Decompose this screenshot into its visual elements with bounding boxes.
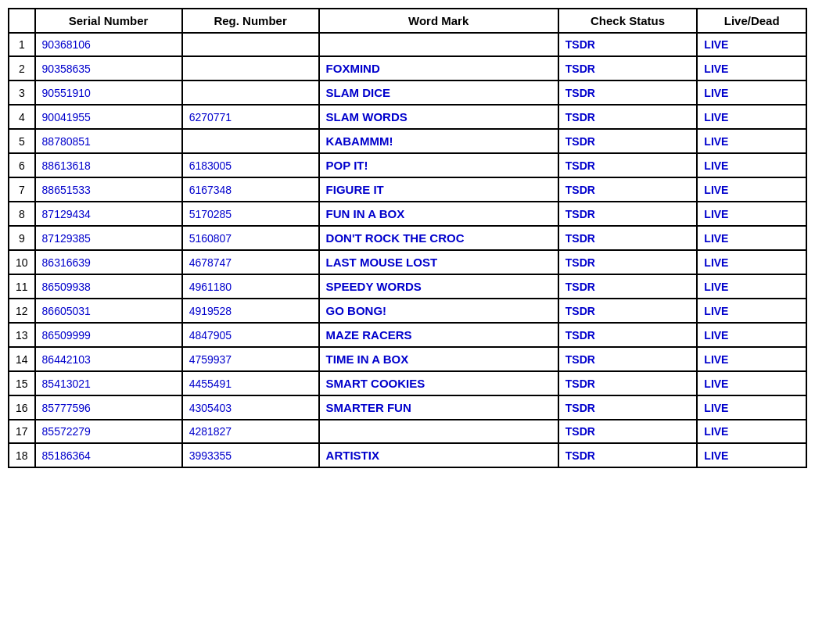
check-status[interactable]: TSDR xyxy=(558,323,698,347)
serial-number[interactable]: 86316639 xyxy=(35,250,182,274)
table-row: 8871294345170285FUN IN A BOXTSDRLIVE xyxy=(9,202,806,226)
check-status[interactable]: TSDR xyxy=(558,202,698,226)
reg-number[interactable]: 4961180 xyxy=(182,274,319,299)
row-number: 3 xyxy=(9,80,35,105)
live-dead-status: LIVE xyxy=(697,395,806,420)
live-dead-status: LIVE xyxy=(697,202,806,226)
word-mark: DON'T ROCK THE CROC xyxy=(319,226,558,250)
reg-number[interactable]: 4455491 xyxy=(182,371,319,395)
row-number: 7 xyxy=(9,177,35,202)
word-mark: SMARTER FUN xyxy=(319,395,558,420)
check-status[interactable]: TSDR xyxy=(558,443,698,467)
check-status[interactable]: TSDR xyxy=(558,371,698,395)
word-mark: FOXMIND xyxy=(319,56,558,80)
row-number: 15 xyxy=(9,371,35,395)
table-row: 588780851KABAMMM!TSDRLIVE xyxy=(9,129,806,153)
word-mark: FUN IN A BOX xyxy=(319,202,558,226)
check-status[interactable]: TSDR xyxy=(558,250,698,274)
serial-number[interactable]: 85777596 xyxy=(35,395,182,420)
check-status[interactable]: TSDR xyxy=(558,274,698,299)
reg-number[interactable]: 6270771 xyxy=(182,105,319,129)
serial-number[interactable]: 88651533 xyxy=(35,177,182,202)
live-dead-status: LIVE xyxy=(697,56,806,80)
live-dead-status: LIVE xyxy=(697,250,806,274)
check-status[interactable]: TSDR xyxy=(558,226,698,250)
table-header-row: Serial Number Reg. Number Word Mark Chec… xyxy=(9,9,806,33)
word-mark: POP IT! xyxy=(319,153,558,177)
row-number: 16 xyxy=(9,395,35,420)
word-mark: SLAM WORDS xyxy=(319,105,558,129)
serial-number[interactable]: 90368106 xyxy=(35,33,182,56)
trademark-table: Serial Number Reg. Number Word Mark Chec… xyxy=(8,8,807,468)
serial-number[interactable]: 90041955 xyxy=(35,105,182,129)
serial-number[interactable]: 85186364 xyxy=(35,443,182,467)
reg-number[interactable]: 4847905 xyxy=(182,323,319,347)
check-status[interactable]: TSDR xyxy=(558,33,698,56)
live-dead-status: LIVE xyxy=(697,323,806,347)
reg-number[interactable]: 3993355 xyxy=(182,443,319,467)
reg-number[interactable]: 4281827 xyxy=(182,420,319,443)
row-number: 1 xyxy=(9,33,35,56)
live-dead-status: LIVE xyxy=(697,274,806,299)
serial-number[interactable]: 86605031 xyxy=(35,299,182,323)
col-header-reg: Reg. Number xyxy=(182,9,319,33)
serial-number[interactable]: 86509999 xyxy=(35,323,182,347)
live-dead-status: LIVE xyxy=(697,80,806,105)
reg-number[interactable]: 5170285 xyxy=(182,202,319,226)
live-dead-status: LIVE xyxy=(697,226,806,250)
serial-number[interactable]: 90358635 xyxy=(35,56,182,80)
table-row: 290358635FOXMINDTSDRLIVE xyxy=(9,56,806,80)
reg-number[interactable]: 6167348 xyxy=(182,177,319,202)
table-row: 15854130214455491SMART COOKIESTSDRLIVE xyxy=(9,371,806,395)
table-row: 190368106TSDRLIVE xyxy=(9,33,806,56)
col-header-status: Check Status xyxy=(558,9,698,33)
serial-number[interactable]: 88613618 xyxy=(35,153,182,177)
row-number: 11 xyxy=(9,274,35,299)
check-status[interactable]: TSDR xyxy=(558,347,698,371)
live-dead-status: LIVE xyxy=(697,105,806,129)
serial-number[interactable]: 86442103 xyxy=(35,347,182,371)
reg-number[interactable]: 4759937 xyxy=(182,347,319,371)
reg-number xyxy=(182,129,319,153)
col-header-serial: Serial Number xyxy=(35,9,182,33)
check-status[interactable]: TSDR xyxy=(558,105,698,129)
table-row: 14864421034759937TIME IN A BOXTSDRLIVE xyxy=(9,347,806,371)
serial-number[interactable]: 87129385 xyxy=(35,226,182,250)
live-dead-status: LIVE xyxy=(697,443,806,467)
check-status[interactable]: TSDR xyxy=(558,420,698,443)
word-mark: SPEEDY WORDS xyxy=(319,274,558,299)
reg-number[interactable]: 4919528 xyxy=(182,299,319,323)
serial-number[interactable]: 90551910 xyxy=(35,80,182,105)
table-row: 11865099384961180SPEEDY WORDSTSDRLIVE xyxy=(9,274,806,299)
check-status[interactable]: TSDR xyxy=(558,299,698,323)
table-row: 7886515336167348FIGURE ITTSDRLIVE xyxy=(9,177,806,202)
serial-number[interactable]: 85413021 xyxy=(35,371,182,395)
check-status[interactable]: TSDR xyxy=(558,153,698,177)
table-row: 16857775964305403SMARTER FUNTSDRLIVE xyxy=(9,395,806,420)
serial-number[interactable]: 85572279 xyxy=(35,420,182,443)
live-dead-status: LIVE xyxy=(697,153,806,177)
serial-number[interactable]: 86509938 xyxy=(35,274,182,299)
row-number: 2 xyxy=(9,56,35,80)
row-number: 9 xyxy=(9,226,35,250)
table-row: 12866050314919528GO BONG!TSDRLIVE xyxy=(9,299,806,323)
check-status[interactable]: TSDR xyxy=(558,177,698,202)
check-status[interactable]: TSDR xyxy=(558,129,698,153)
reg-number[interactable]: 6183005 xyxy=(182,153,319,177)
col-header-liveness: Live/Dead xyxy=(697,9,806,33)
check-status[interactable]: TSDR xyxy=(558,56,698,80)
check-status[interactable]: TSDR xyxy=(558,80,698,105)
word-mark xyxy=(319,33,558,56)
row-number: 13 xyxy=(9,323,35,347)
reg-number[interactable]: 5160807 xyxy=(182,226,319,250)
serial-number[interactable]: 87129434 xyxy=(35,202,182,226)
serial-number[interactable]: 88780851 xyxy=(35,129,182,153)
row-number: 8 xyxy=(9,202,35,226)
word-mark: FIGURE IT xyxy=(319,177,558,202)
table-row: 6886136186183005POP IT!TSDRLIVE xyxy=(9,153,806,177)
reg-number[interactable]: 4678747 xyxy=(182,250,319,274)
reg-number[interactable]: 4305403 xyxy=(182,395,319,420)
main-container: Serial Number Reg. Number Word Mark Chec… xyxy=(8,8,807,468)
check-status[interactable]: TSDR xyxy=(558,395,698,420)
reg-number xyxy=(182,80,319,105)
